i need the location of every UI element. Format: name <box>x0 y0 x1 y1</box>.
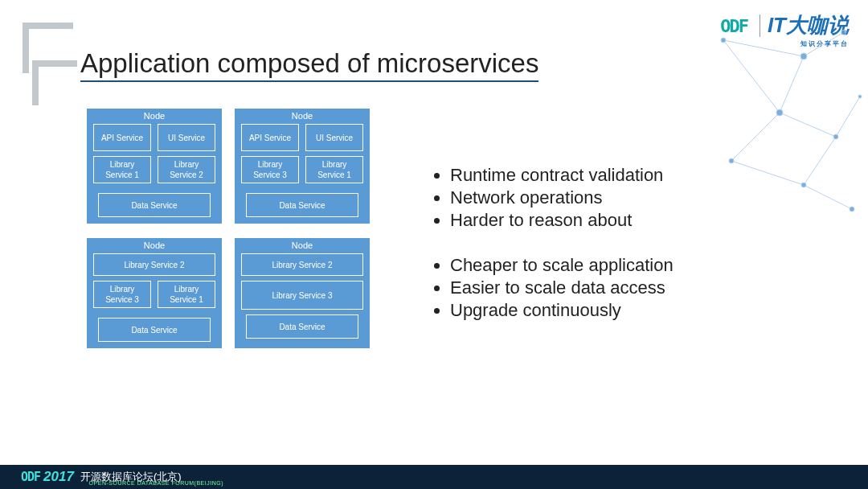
svg-line-3 <box>780 113 836 137</box>
odf-logo: ODF <box>720 16 747 36</box>
svg-point-11 <box>800 53 807 60</box>
node-box-4: Node Library Service 2 Library Service 3… <box>235 238 370 348</box>
service-cell: UI Service <box>305 124 363 151</box>
service-cell-wide: Library Service 3 <box>241 281 363 310</box>
svg-point-14 <box>833 134 838 139</box>
node-box-3: Node Library Service 2 Library Service 3… <box>87 238 222 348</box>
service-cell: API Service <box>93 124 151 151</box>
node-box-2: Node API Service UI Service Library Serv… <box>235 109 370 224</box>
data-service-cell: Data Service <box>246 314 358 339</box>
service-cell: UI Service <box>158 124 215 151</box>
bullet-list-pros: Cheaper to scale application Easier to s… <box>428 255 674 321</box>
footer-odf-logo: ODF <box>21 470 40 484</box>
svg-line-5 <box>731 113 780 161</box>
footer-bar: ODF 2017 开源数据库论坛(北京) OPEN-SOURCE DATABAS… <box>0 465 868 489</box>
bullet-item: Runtime contract validation <box>450 165 674 186</box>
service-cell-wide: Library Service 2 <box>241 253 363 276</box>
service-cell-wide: Library Service 2 <box>93 253 215 276</box>
service-cell: Library Service 1 <box>158 281 215 308</box>
data-service-cell: Data Service <box>246 193 358 217</box>
footer-subtitle-en: OPEN-SOURCE DATABASE FORUM(BEIJING) <box>89 480 223 486</box>
svg-line-2 <box>780 56 804 113</box>
svg-line-6 <box>731 161 804 185</box>
it-logo-sub: 知识分享平台 <box>768 39 849 48</box>
logo-divider <box>760 14 760 37</box>
data-service-cell: Data Service <box>98 193 211 217</box>
service-cell: Library Service 1 <box>93 156 151 183</box>
it-logo: IT大咖说 知识分享平台 <box>768 11 849 48</box>
service-cell: Library Service 1 <box>305 156 363 183</box>
bullet-list-cons: Runtime contract validation Network oper… <box>428 165 674 231</box>
svg-point-16 <box>729 158 734 163</box>
bullet-item: Cheaper to scale application <box>450 255 674 276</box>
bullet-item: Easier to scale data access <box>450 277 674 298</box>
corner-decoration-inner <box>32 60 77 105</box>
microservices-diagram: Node API Service UI Service Library Serv… <box>87 109 376 363</box>
service-cell: Library Service 3 <box>93 281 151 308</box>
svg-point-15 <box>858 95 862 98</box>
svg-line-8 <box>804 137 836 185</box>
bullet-item: Network operations <box>450 187 674 208</box>
footer-year: 2017 <box>43 469 74 485</box>
network-decoration <box>707 24 868 217</box>
slide-title: Application composed of microservices <box>80 48 538 82</box>
node-header: Node <box>87 238 222 253</box>
svg-point-17 <box>801 183 806 187</box>
svg-point-10 <box>721 38 726 43</box>
svg-line-9 <box>723 40 780 113</box>
data-service-cell: Data Service <box>98 318 211 342</box>
service-cell: Library Service 2 <box>158 156 215 183</box>
service-cell: Library Service 3 <box>241 156 299 183</box>
node-header: Node <box>87 109 222 124</box>
node-header: Node <box>235 109 370 124</box>
service-cell: API Service <box>241 124 299 151</box>
node-box-1: Node API Service UI Service Library Serv… <box>87 109 222 224</box>
bullet-lists: Runtime contract validation Network oper… <box>428 165 674 323</box>
bullet-item: Upgrade continuously <box>450 300 674 321</box>
svg-point-18 <box>850 207 854 212</box>
bullet-item: Harder to reason about <box>450 210 674 231</box>
svg-point-13 <box>776 109 783 116</box>
it-logo-text: IT大咖说 <box>768 13 849 37</box>
node-header: Node <box>235 238 370 253</box>
svg-line-7 <box>804 185 852 209</box>
svg-line-4 <box>836 97 860 137</box>
